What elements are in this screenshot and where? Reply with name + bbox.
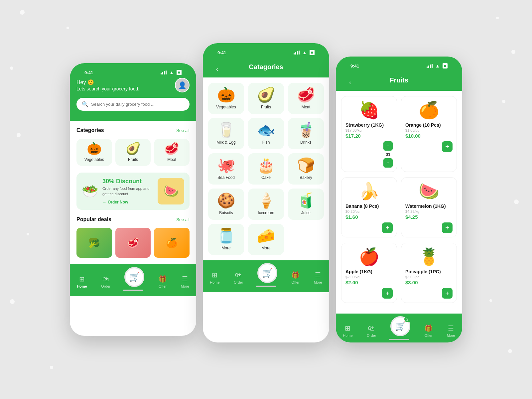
pineapple-original-price: $3.00/pc (405, 275, 419, 279)
nav-home-right[interactable]: ⊞ Home (343, 324, 352, 337)
qty-minus-strawberry[interactable]: − (383, 141, 393, 151)
order-label-center: Order (234, 280, 243, 284)
apple-emoji: 🍎 (359, 247, 379, 266)
status-bar-center: 9:41 ▲ ■ (209, 46, 323, 58)
popular-vegetables[interactable]: 🥦 (76, 228, 112, 258)
scroll-indicator-center (256, 286, 276, 287)
center-phone: 9:41 ▲ ■ ‹ Catagories (203, 43, 329, 342)
fruit-row-3: 🍎 Apple (1KG) $2.00/kg $2.00 + 🍍 Pineapp… (341, 243, 457, 303)
cat-fruits[interactable]: 🥑 Fruits (248, 83, 284, 114)
cat-drinks-name: Drinks (300, 140, 312, 145)
cat-more-1[interactable]: 🫙 More (208, 224, 244, 255)
category-vegetables[interactable]: 🎃 Vegetables (76, 139, 112, 166)
nav-more-right[interactable]: ☰ More (447, 324, 455, 337)
vegetables-name: Vegetables (84, 157, 104, 162)
cat-bakery[interactable]: 🍞 Bakery (288, 153, 324, 185)
nav-offer-right[interactable]: 🎁 Offer (424, 324, 433, 337)
search-bar[interactable]: 🔍 (76, 98, 190, 111)
cat-fish-emoji: 🐟 (257, 123, 275, 137)
popular-meat-img: 🥩 (115, 228, 151, 258)
cart-fab-left[interactable]: 🛒 (124, 267, 144, 287)
nav-more-center[interactable]: ☰ More (314, 271, 322, 284)
cat-cake[interactable]: 🎂 Cake (248, 153, 284, 185)
nav-cart-right[interactable]: 🛒 2 (390, 316, 410, 337)
bottom-nav-left: ⊞ Home 🛍 Order 🛒 🎁 Offer ☰ More (70, 264, 196, 296)
cart-fab-center[interactable]: 🛒 (257, 263, 277, 283)
cat-vegetables[interactable]: 🎃 Vegetables (208, 83, 244, 114)
order-label-left: Order (101, 284, 110, 288)
cat-icecream[interactable]: 🍦 Icecream (248, 189, 284, 220)
category-fruits[interactable]: 🥑 Fruits (115, 139, 151, 166)
nav-more-left[interactable]: ☰ More (181, 275, 189, 288)
cat-juice-emoji: 🧃 (297, 193, 315, 208)
nav-home-left[interactable]: ⊞ Home (77, 275, 87, 288)
cat-biscuits-emoji: 🍪 (217, 193, 235, 208)
add-banana-button[interactable]: + (382, 222, 393, 233)
discount-banner: 🥗 30% Discount Order any food from app a… (76, 173, 190, 210)
orange-name: Orange (10 Pcs) (405, 122, 441, 128)
scroll-indicator-left (123, 290, 143, 291)
add-orange-button[interactable]: + (442, 141, 453, 152)
more-icon-center: ☰ (315, 271, 321, 279)
subtitle-text: Lets search your grocery food. (76, 86, 139, 91)
cat-seafood-emoji: 🐙 (217, 158, 235, 173)
categories-title: Categories (76, 127, 104, 133)
cat-meat[interactable]: 🥩 Meat (288, 83, 324, 114)
wifi-icon-center: ▲ (302, 50, 307, 55)
offer-label-right: Offer (425, 333, 433, 337)
order-now-button[interactable]: → Order Now (102, 200, 128, 204)
status-bar-right: 9:41 ▲ ■ (342, 59, 456, 71)
strawberry-original-price: $17.00/kg (345, 128, 361, 132)
cart-fab-right[interactable]: 🛒 2 (390, 316, 410, 336)
qty-num-strawberry: 01 (386, 152, 390, 157)
more-label-left: More (181, 284, 189, 288)
nav-order-right[interactable]: 🛍 Order (367, 325, 376, 337)
bottom-nav-center: ⊞ Home 🛍 Order 🛒 🎁 Offer ☰ More (203, 260, 329, 292)
cat-drinks-emoji: 🧋 (297, 123, 315, 137)
popular-title: Popular deals (76, 216, 111, 222)
back-button-center[interactable]: ‹ (216, 66, 218, 73)
categories-see-all[interactable]: See all (176, 128, 190, 133)
nav-order-left[interactable]: 🛍 Order (101, 275, 110, 288)
more-label-right: More (447, 333, 455, 337)
watermelon-name: Watermelon (1KG) (405, 203, 446, 209)
greeting-text: Hey 🙂 Lets search your grocery food. (76, 79, 139, 91)
cat-cake-emoji: 🎂 (257, 158, 275, 173)
nav-offer-center[interactable]: 🎁 Offer (291, 271, 300, 284)
cat-fish[interactable]: 🐟 Fish (248, 118, 284, 149)
cat-biscuits[interactable]: 🍪 Buiscits (208, 189, 244, 220)
orange-emoji: 🍊 (419, 100, 439, 120)
cat-more-2[interactable]: 🧀 More (248, 224, 284, 255)
cat-juice[interactable]: 🧃 Juice (288, 189, 324, 220)
bottom-nav-right: ⊞ Home 🛍 Order 🛒 2 🎁 Offer (336, 314, 462, 342)
user-avatar[interactable]: 👤 (175, 78, 190, 92)
nav-home-center[interactable]: ⊞ Home (210, 271, 219, 284)
nav-cart-center[interactable]: 🛒 (257, 263, 277, 284)
orange-price: $10.00 (405, 133, 421, 139)
add-apple-button[interactable]: + (382, 288, 393, 299)
apple-price: $2.00 (345, 280, 358, 285)
popular-meat[interactable]: 🥩 (115, 228, 151, 258)
wifi-icon-right: ▲ (435, 63, 440, 68)
scroll-indicator-right (389, 339, 409, 340)
nav-offer-left[interactable]: 🎁 Offer (159, 275, 167, 288)
cat-milk-egg[interactable]: 🥛 Milk & Egg (208, 118, 244, 149)
nav-cart-left[interactable]: 🛒 (124, 267, 144, 288)
home-icon-left: ⊞ (79, 275, 85, 283)
discount-text: Order any food from app and get the disc… (102, 186, 154, 197)
nav-order-center[interactable]: 🛍 Order (234, 271, 243, 284)
add-pineapple-button[interactable]: + (442, 288, 453, 299)
popular-fruits[interactable]: 🍊 (154, 228, 190, 258)
cat-seafood[interactable]: 🐙 Sea Food (208, 153, 244, 185)
more-icon-left: ☰ (182, 275, 188, 283)
cat-drinks[interactable]: 🧋 Drinks (288, 118, 324, 149)
add-watermelon-button[interactable]: + (442, 222, 453, 233)
strawberry-emoji: 🍓 (359, 100, 379, 120)
category-meat[interactable]: 🥩 Meat (154, 139, 190, 166)
back-button-right[interactable]: ‹ (349, 79, 351, 86)
strawberry-name: Strawberry (1KG) (345, 122, 384, 128)
categories-grid: 🎃 Vegetables 🥑 Fruits 🥩 Meat (76, 139, 190, 166)
qty-plus-strawberry[interactable]: + (383, 158, 393, 168)
popular-see-all[interactable]: See all (176, 217, 190, 222)
search-input[interactable] (91, 102, 184, 107)
